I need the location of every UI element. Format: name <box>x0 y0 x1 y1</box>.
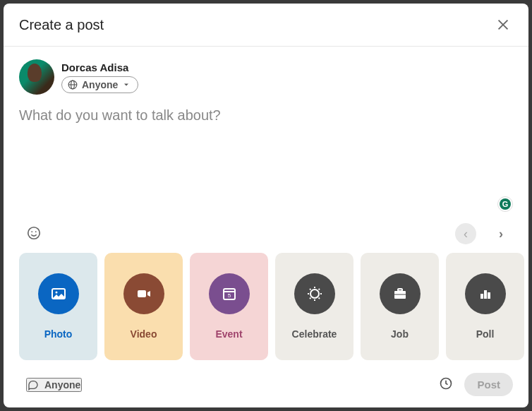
composer-area[interactable]: What do you want to talk about? G <box>4 100 528 215</box>
grammarly-icon: G <box>500 198 511 210</box>
user-row: Dorcas Adisa Anyone <box>4 47 528 100</box>
svg-point-5 <box>28 227 40 239</box>
schedule-button[interactable] <box>439 376 453 393</box>
card-nav: ‹ › <box>455 223 512 244</box>
comment-visibility-button[interactable]: Anyone <box>26 378 82 392</box>
calendar-icon: 5 <box>209 273 250 314</box>
chevron-left-icon: ‹ <box>464 227 468 242</box>
composer-toolbar: ‹ › <box>4 215 528 253</box>
avatar[interactable] <box>19 59 54 95</box>
card-label: Event <box>215 328 242 340</box>
modal-header: Create a post <box>4 4 528 47</box>
svg-rect-16 <box>398 289 402 291</box>
chat-icon <box>28 379 39 391</box>
svg-point-9 <box>55 292 57 294</box>
card-poll[interactable]: Poll <box>446 253 524 360</box>
card-label: Job <box>391 328 409 340</box>
cards-prev-button[interactable]: ‹ <box>455 223 476 244</box>
emoji-button[interactable] <box>26 225 42 243</box>
composer-placeholder: What do you want to talk about? <box>19 107 513 124</box>
modal-title: Create a post <box>19 17 104 33</box>
card-label: Poll <box>476 328 495 340</box>
post-button-label: Post <box>477 379 500 391</box>
svg-point-7 <box>35 231 37 232</box>
svg-rect-20 <box>488 292 490 299</box>
card-label: Photo <box>44 328 73 340</box>
clock-icon <box>439 376 453 391</box>
user-name: Dorcas Adisa <box>61 61 138 73</box>
visibility-label: Anyone <box>82 79 118 90</box>
card-label: Celebrate <box>292 328 337 340</box>
card-job[interactable]: Job <box>361 253 439 360</box>
user-info: Dorcas Adisa Anyone <box>61 61 138 93</box>
smiley-icon <box>26 225 42 241</box>
video-icon <box>123 273 164 314</box>
card-celebrate[interactable]: Celebrate <box>275 253 353 360</box>
post-visibility-selector[interactable]: Anyone <box>61 76 138 93</box>
svg-point-14 <box>310 290 319 298</box>
card-video[interactable]: Video <box>104 253 183 360</box>
svg-text:5: 5 <box>227 292 231 299</box>
poll-icon <box>465 273 506 314</box>
card-label: Video <box>131 328 157 340</box>
caret-down-icon <box>122 81 131 89</box>
card-photo[interactable]: Photo <box>19 253 97 360</box>
post-button[interactable]: Post <box>464 373 513 396</box>
attachment-cards: Photo Video 5 Event Celebrate Job <box>4 253 528 360</box>
chevron-right-icon: › <box>499 227 503 242</box>
cards-next-button[interactable]: › <box>490 223 512 244</box>
footer-actions: Post <box>439 373 513 396</box>
celebrate-icon <box>294 273 335 314</box>
globe-icon <box>68 80 78 90</box>
card-event[interactable]: 5 Event <box>190 253 268 360</box>
briefcase-icon <box>380 273 421 314</box>
svg-rect-10 <box>138 290 146 297</box>
svg-point-6 <box>31 231 32 232</box>
close-icon <box>495 17 511 32</box>
grammarly-badge[interactable]: G <box>497 196 513 212</box>
create-post-modal: Create a post Dorcas Adisa Anyone <box>4 4 528 407</box>
comment-visibility-label: Anyone <box>44 379 80 391</box>
photo-icon <box>38 273 79 314</box>
svg-rect-18 <box>480 294 483 299</box>
close-button[interactable] <box>492 13 514 36</box>
modal-footer: Anyone Post <box>4 360 528 407</box>
svg-rect-19 <box>484 290 487 299</box>
